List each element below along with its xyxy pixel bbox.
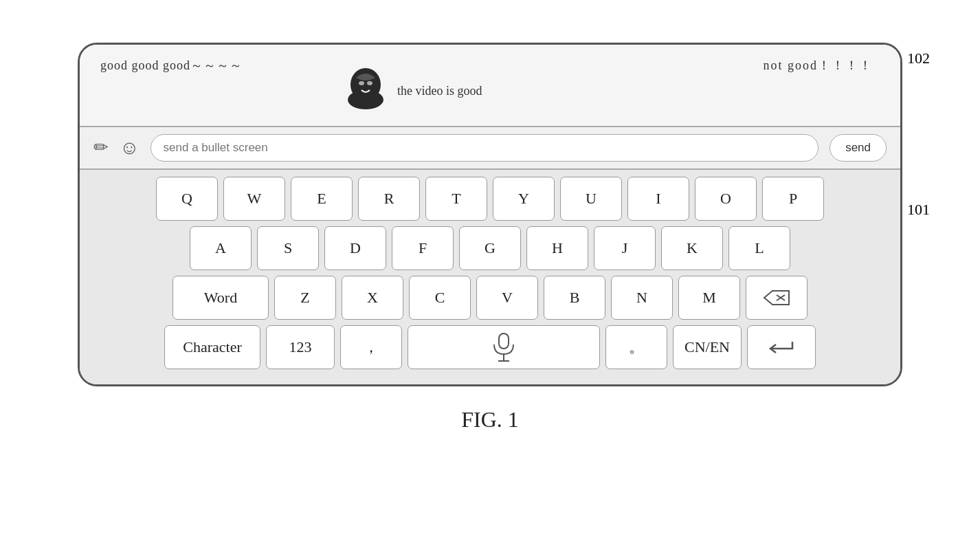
key-backspace[interactable] xyxy=(746,276,808,320)
key-m[interactable]: M xyxy=(678,276,740,320)
key-mic[interactable] xyxy=(408,325,600,369)
emoji-icon[interactable]: ☺ xyxy=(120,137,140,159)
svg-point-3 xyxy=(367,81,372,85)
key-w[interactable]: W xyxy=(223,177,285,221)
key-comma[interactable]: ， xyxy=(340,325,402,369)
key-j[interactable]: J xyxy=(594,226,656,270)
key-f[interactable]: F xyxy=(392,226,454,270)
send-button[interactable]: send xyxy=(829,134,887,162)
bullet-left: good good good～～～～ xyxy=(100,57,243,74)
key-lang[interactable]: CN/EN xyxy=(673,325,742,369)
key-q[interactable]: Q xyxy=(156,177,218,221)
key-i[interactable]: I xyxy=(627,177,689,221)
avatar-icon xyxy=(341,64,390,113)
key-d[interactable]: D xyxy=(324,226,386,270)
key-123[interactable]: 123 xyxy=(266,325,335,369)
key-character[interactable]: Character xyxy=(164,325,260,369)
key-b[interactable]: B xyxy=(544,276,605,320)
fig-caption: FIG. 1 xyxy=(461,407,519,432)
key-r[interactable]: R xyxy=(358,177,420,221)
keyboard-row-4: Character 123 ， 。 CN/EN xyxy=(89,325,891,369)
avatar-area: the video is good xyxy=(341,64,482,113)
key-p[interactable]: P xyxy=(762,177,824,221)
key-y[interactable]: Y xyxy=(493,177,555,221)
video-area: good good good～～～～ not good！！！！ the vide… xyxy=(80,45,900,127)
key-k[interactable]: K xyxy=(661,226,723,270)
key-u[interactable]: U xyxy=(560,177,622,221)
key-t[interactable]: T xyxy=(425,177,487,221)
key-enter[interactable] xyxy=(747,325,816,369)
key-a[interactable]: A xyxy=(190,226,252,270)
enter-icon xyxy=(768,338,795,357)
keyboard-area: Q W E R T Y U I O P A S D F G H J K xyxy=(80,170,900,384)
keyboard-row-1: Q W E R T Y U I O P xyxy=(89,177,891,221)
key-period[interactable]: 。 xyxy=(605,325,667,369)
key-e[interactable]: E xyxy=(291,177,353,221)
svg-rect-6 xyxy=(499,333,509,349)
keyboard-row-2: A S D F G H J K L xyxy=(89,226,891,270)
keyboard-row-3: Word Z X C V B N M xyxy=(89,276,891,320)
avatar-caption: the video is good xyxy=(397,84,482,98)
ref-label-101: 101 xyxy=(907,201,930,219)
key-g[interactable]: G xyxy=(459,226,521,270)
key-s[interactable]: S xyxy=(257,226,319,270)
bullet-right: not good！！！！ xyxy=(763,57,873,74)
svg-point-1 xyxy=(348,90,383,109)
key-v[interactable]: V xyxy=(476,276,538,320)
input-toolbar: ✏ ☺ send xyxy=(80,127,900,170)
ref-label-102: 102 xyxy=(907,50,930,67)
key-c[interactable]: C xyxy=(409,276,471,320)
backspace-icon xyxy=(763,288,790,307)
key-l[interactable]: L xyxy=(728,226,790,270)
key-h[interactable]: H xyxy=(526,226,588,270)
svg-point-2 xyxy=(359,81,364,85)
key-word[interactable]: Word xyxy=(172,276,269,320)
mic-icon xyxy=(491,332,516,362)
key-n[interactable]: N xyxy=(611,276,673,320)
key-z[interactable]: Z xyxy=(274,276,336,320)
pencil-icon[interactable]: ✏ xyxy=(93,137,109,158)
device-frame: good good good～～～～ not good！！！！ the vide… xyxy=(78,43,902,386)
key-x[interactable]: X xyxy=(342,276,403,320)
key-o[interactable]: O xyxy=(695,177,757,221)
bullet-screen-input[interactable] xyxy=(151,134,819,162)
